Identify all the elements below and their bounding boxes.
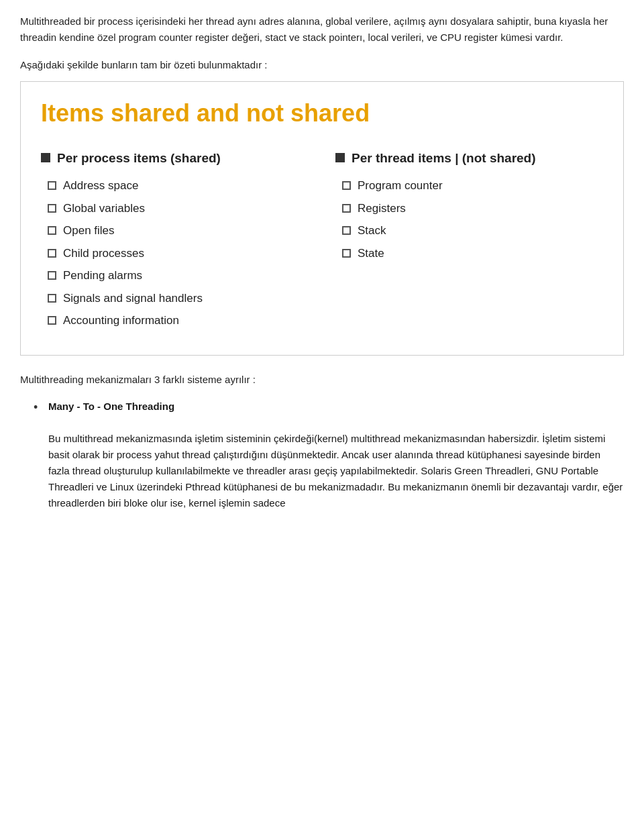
diagram-container: Items shared and not shared Per process … (20, 81, 624, 356)
item-label: Open files (63, 222, 115, 240)
list-item: Registers (342, 200, 603, 217)
left-column: Per process items (shared) Address space… (41, 150, 309, 335)
after-diagram-paragraph1: Multithreading mekanizmaları 3 farklı si… (20, 372, 624, 388)
intro-paragraph: Multithreaded bir process içerisindeki h… (20, 13, 624, 46)
checkbox-icon (48, 204, 56, 213)
checkbox-icon (48, 271, 56, 280)
checkbox-icon (342, 204, 351, 213)
checkbox-icon (48, 316, 56, 325)
item-label: Signals and signal handlers (63, 290, 203, 307)
item-label: State (358, 245, 384, 262)
threading-item-title: Many - To - One Threading (48, 401, 174, 412)
right-column-title: Per thread items | (not shared) (352, 150, 536, 167)
list-item: Open files (48, 222, 309, 240)
diagram-title: Items shared and not shared (41, 95, 603, 132)
list-item: Global variables (48, 200, 309, 217)
checkbox-icon (342, 226, 351, 235)
item-label: Registers (358, 200, 406, 217)
list-item: Child processes (48, 245, 309, 262)
list-item: Address space (48, 177, 309, 195)
right-column-items: Program counter Registers Stack State (335, 177, 603, 262)
list-item: Pending alarms (48, 267, 309, 284)
list-item: Accounting information (48, 312, 309, 329)
summary-label: Aşağıdaki şekilde bunların tam bir özeti… (20, 58, 624, 73)
right-column-header: Per thread items | (not shared) (335, 150, 603, 167)
checkbox-icon (48, 181, 56, 190)
left-column-title: Per process items (shared) (57, 150, 221, 167)
checkbox-icon (48, 294, 56, 303)
item-label: Program counter (358, 177, 443, 195)
threading-item-body: Bu multithread mekanizmasında işletim si… (48, 433, 623, 509)
item-label: Child processes (63, 245, 144, 262)
diagram-columns: Per process items (shared) Address space… (41, 150, 603, 335)
threading-list-item: Many - To - One Threading Bu multithread… (34, 399, 624, 511)
left-column-header: Per process items (shared) (41, 150, 309, 167)
item-label: Pending alarms (63, 267, 142, 284)
checkbox-icon (342, 181, 351, 190)
item-label: Accounting information (63, 312, 179, 329)
checkbox-icon (48, 226, 56, 235)
item-label: Address space (63, 177, 138, 195)
left-column-items: Address space Global variables Open file… (41, 177, 309, 329)
item-label: Stack (358, 222, 386, 240)
item-label: Global variables (63, 200, 145, 217)
left-bullet-icon (41, 153, 50, 162)
right-column: Per thread items | (not shared) Program … (335, 150, 603, 268)
checkbox-icon (48, 249, 56, 258)
threading-list: Many - To - One Threading Bu multithread… (20, 399, 624, 511)
list-item: Program counter (342, 177, 603, 195)
checkbox-icon (342, 249, 351, 258)
list-item: State (342, 245, 603, 262)
right-bullet-icon (335, 153, 345, 162)
list-item: Stack (342, 222, 603, 240)
list-item: Signals and signal handlers (48, 290, 309, 307)
